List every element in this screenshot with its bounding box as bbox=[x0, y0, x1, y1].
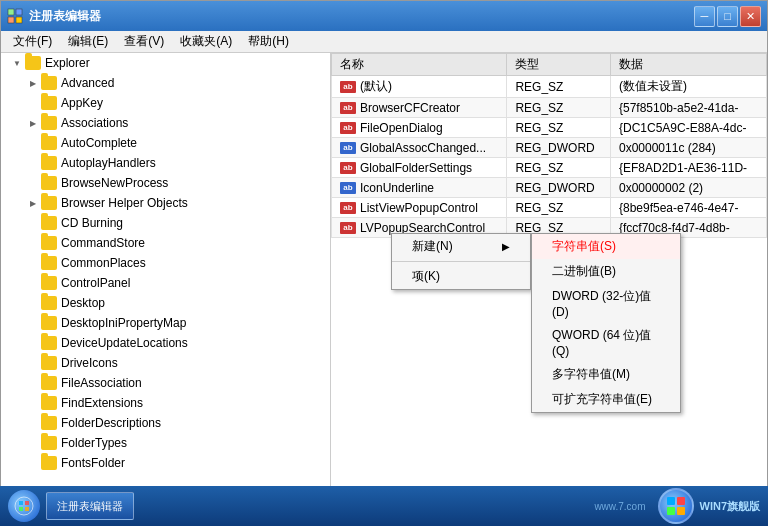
svg-point-4 bbox=[15, 497, 33, 515]
table-row[interactable]: abIconUnderlineREG_DWORD0x00000002 (2) bbox=[332, 178, 767, 198]
tree-item[interactable]: CommonPlaces bbox=[1, 253, 330, 273]
col-data: 数据 bbox=[610, 54, 766, 76]
col-name: 名称 bbox=[332, 54, 507, 76]
menu-item[interactable]: 帮助(H) bbox=[240, 31, 297, 52]
tree-item[interactable]: AutoplayHandlers bbox=[1, 153, 330, 173]
taskbar-app-label: 注册表编辑器 bbox=[57, 499, 123, 514]
tree-item[interactable]: BrowseNewProcess bbox=[1, 173, 330, 193]
svg-rect-2 bbox=[8, 17, 14, 23]
win-version-label: WIN7旗舰版 bbox=[700, 499, 761, 514]
tree-item[interactable]: Desktop bbox=[1, 293, 330, 313]
table-row[interactable]: ab(默认)REG_SZ(数值未设置) bbox=[332, 76, 767, 98]
window-controls: ─ □ ✕ bbox=[694, 6, 761, 27]
tree-item[interactable]: DriveIcons bbox=[1, 353, 330, 373]
ctx-new-label: 新建(N) bbox=[412, 238, 453, 255]
minimize-button[interactable]: ─ bbox=[694, 6, 715, 27]
tree-item[interactable]: FindExtensions bbox=[1, 393, 330, 413]
context-menu-container: 新建(N) ▶ 项(K) 字符串值(S)二进制值(B)DWORD (32-位)值… bbox=[391, 233, 531, 290]
tree-item[interactable]: FolderDescriptions bbox=[1, 413, 330, 433]
menu-item[interactable]: 编辑(E) bbox=[60, 31, 116, 52]
tree-scroll[interactable]: ▼Explorer▶AdvancedAppKey▶AssociationsAut… bbox=[1, 53, 330, 497]
svg-rect-3 bbox=[16, 17, 22, 23]
tree-item[interactable]: FileAssociation bbox=[1, 373, 330, 393]
submenu-item[interactable]: QWORD (64 位)值(Q) bbox=[532, 323, 680, 362]
svg-rect-6 bbox=[25, 501, 29, 505]
taskbar-app-button[interactable]: 注册表编辑器 bbox=[46, 492, 134, 520]
watermark-text: www.7.com bbox=[594, 501, 645, 512]
win-version-area: WIN7旗舰版 bbox=[658, 488, 761, 524]
win-logo-circle bbox=[658, 488, 694, 524]
submenu-item[interactable]: 多字符串值(M) bbox=[532, 362, 680, 387]
taskbar-right: www.7.com WIN7旗舰版 bbox=[594, 488, 760, 524]
ctx-new-arrow: ▶ bbox=[502, 241, 510, 252]
table-row[interactable]: abFileOpenDialogREG_SZ{DC1C5A9C-E88A-4dc… bbox=[332, 118, 767, 138]
submenu: 字符串值(S)二进制值(B)DWORD (32-位)值(D)QWORD (64 … bbox=[531, 233, 681, 413]
tree-item[interactable]: ControlPanel bbox=[1, 273, 330, 293]
registry-panel: 名称 类型 数据 ab(默认)REG_SZ(数值未设置)abBrowserCFC… bbox=[331, 53, 767, 497]
maximize-button[interactable]: □ bbox=[717, 6, 738, 27]
table-row[interactable]: abBrowserCFCreatorREG_SZ{57f8510b-a5e2-4… bbox=[332, 98, 767, 118]
svg-rect-9 bbox=[667, 497, 675, 505]
table-row[interactable]: abListViewPopupControlREG_SZ{8be9f5ea-e7… bbox=[332, 198, 767, 218]
submenu-item[interactable]: 字符串值(S) bbox=[532, 234, 680, 259]
svg-rect-7 bbox=[19, 507, 23, 511]
menu-item[interactable]: 文件(F) bbox=[5, 31, 60, 52]
ctx-new-item[interactable]: 新建(N) ▶ bbox=[392, 234, 530, 259]
menu-bar: 文件(F)编辑(E)查看(V)收藏夹(A)帮助(H) bbox=[1, 31, 767, 53]
svg-rect-12 bbox=[677, 507, 685, 515]
submenu-item[interactable]: 二进制值(B) bbox=[532, 259, 680, 284]
svg-rect-0 bbox=[8, 9, 14, 15]
tree-panel: ▼Explorer▶AdvancedAppKey▶AssociationsAut… bbox=[1, 53, 331, 497]
table-row[interactable]: abGlobalFolderSettingsREG_SZ{EF8AD2D1-AE… bbox=[332, 158, 767, 178]
ctx-key-item[interactable]: 项(K) bbox=[392, 264, 530, 289]
svg-rect-1 bbox=[16, 9, 22, 15]
menu-item[interactable]: 查看(V) bbox=[116, 31, 172, 52]
title-bar: 注册表编辑器 ─ □ ✕ bbox=[1, 1, 767, 31]
tree-item[interactable]: DesktopIniPropertyMap bbox=[1, 313, 330, 333]
col-type: 类型 bbox=[507, 54, 611, 76]
context-menu: 新建(N) ▶ 项(K) bbox=[391, 233, 531, 290]
ctx-separator bbox=[392, 261, 530, 262]
menu-item[interactable]: 收藏夹(A) bbox=[172, 31, 240, 52]
tree-item[interactable]: AppKey bbox=[1, 93, 330, 113]
submenu-item[interactable]: 可扩充字符串值(E) bbox=[532, 387, 680, 412]
ctx-key-label: 项(K) bbox=[412, 268, 440, 285]
window-title: 注册表编辑器 bbox=[29, 8, 694, 25]
tree-item[interactable]: ▼Explorer bbox=[1, 53, 330, 73]
app-icon bbox=[7, 8, 23, 24]
tree-item[interactable]: DeviceUpdateLocations bbox=[1, 333, 330, 353]
main-content: ▼Explorer▶AdvancedAppKey▶AssociationsAut… bbox=[1, 53, 767, 497]
svg-rect-10 bbox=[677, 497, 685, 505]
svg-rect-8 bbox=[25, 507, 29, 511]
svg-rect-11 bbox=[667, 507, 675, 515]
close-button[interactable]: ✕ bbox=[740, 6, 761, 27]
tree-item[interactable]: FontsFolder bbox=[1, 453, 330, 473]
tree-item[interactable]: CD Burning bbox=[1, 213, 330, 233]
values-table: 名称 类型 数据 ab(默认)REG_SZ(数值未设置)abBrowserCFC… bbox=[331, 53, 767, 238]
tree-item[interactable]: ▶Browser Helper Objects bbox=[1, 193, 330, 213]
tree-item[interactable]: ▶Advanced bbox=[1, 73, 330, 93]
tree-item[interactable]: AutoComplete bbox=[1, 133, 330, 153]
table-row[interactable]: abGlobalAssocChanged...REG_DWORD0x000001… bbox=[332, 138, 767, 158]
tree-item[interactable]: ▶Associations bbox=[1, 113, 330, 133]
submenu-item[interactable]: DWORD (32-位)值(D) bbox=[532, 284, 680, 323]
tree-item[interactable]: CommandStore bbox=[1, 233, 330, 253]
svg-rect-5 bbox=[19, 501, 23, 505]
main-window: 注册表编辑器 ─ □ ✕ 文件(F)编辑(E)查看(V)收藏夹(A)帮助(H) … bbox=[0, 0, 768, 526]
tree-item[interactable]: FolderTypes bbox=[1, 433, 330, 453]
start-button[interactable] bbox=[8, 490, 40, 522]
